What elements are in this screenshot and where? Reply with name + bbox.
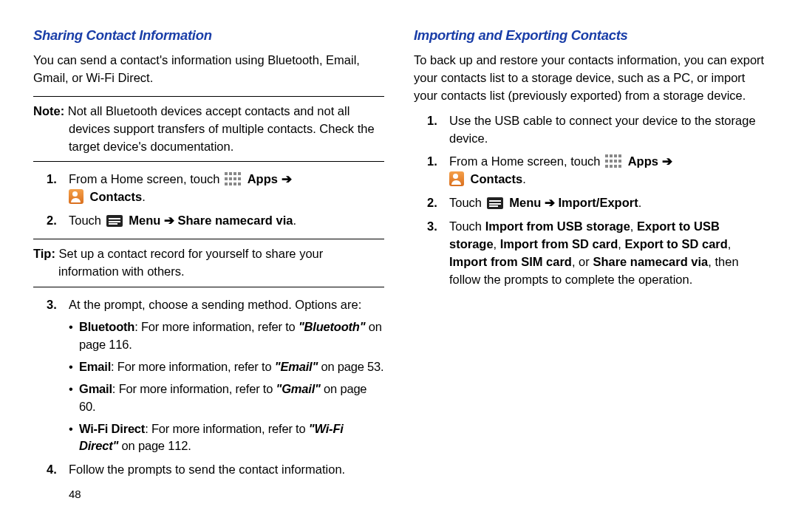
tip-body: Set up a contact record for yourself to … <box>58 247 323 278</box>
svg-rect-5 <box>229 177 232 180</box>
apps-label: Apps <box>248 172 278 185</box>
svg-rect-4 <box>225 177 228 180</box>
svg-rect-8 <box>225 183 228 185</box>
svg-rect-15 <box>618 154 621 157</box>
option-wifi-direct: Wi-Fi Direct: For more information, refe… <box>69 420 384 456</box>
page-number: 48 <box>69 486 384 502</box>
option-gmail: Gmail: For more information, refer to "G… <box>69 381 384 416</box>
import-export-label: Import/Export <box>559 196 638 209</box>
svg-rect-18 <box>614 160 617 163</box>
apps-icon <box>225 172 241 185</box>
step-1: 1. From a Home screen, touch Apps ➔ Cont… <box>33 171 384 206</box>
svg-rect-7 <box>238 177 241 180</box>
step2-lead: Touch <box>69 214 105 227</box>
svg-rect-20 <box>605 165 608 168</box>
step-3: 3. At the prompt, choose a sending metho… <box>33 296 384 455</box>
arrow-icon: ➔ <box>282 172 292 185</box>
arrow-icon: ➔ <box>164 214 174 227</box>
svg-rect-2 <box>233 172 236 175</box>
svg-rect-0 <box>225 172 228 175</box>
note-body: Not all Bluetooth devices accept contact… <box>68 104 375 153</box>
apps-icon <box>605 154 621 168</box>
arrow-icon: ➔ <box>662 154 672 168</box>
ie-step-3: 2. Touch Menu ➔ Import/Export. <box>414 194 765 212</box>
ie-step-1: 1. Use the USB cable to connect your dev… <box>414 112 765 148</box>
ie-step-2: 1. From a Home screen, touch Apps ➔ Cont… <box>414 153 765 188</box>
steps-import-export: 1. Use the USB cable to connect your dev… <box>414 112 765 289</box>
contacts-icon <box>69 189 83 204</box>
svg-rect-22 <box>614 165 617 168</box>
note-block: Note: Not all Bluetooth devices accept c… <box>33 96 384 163</box>
note-label: Note: <box>33 104 64 117</box>
page-columns: Sharing Contact Information You can send… <box>33 26 765 502</box>
svg-rect-16 <box>605 160 608 163</box>
intro-sharing: You can send a contact's information usi… <box>33 52 384 87</box>
svg-rect-23 <box>618 165 621 168</box>
steps-sharing-3-4: 3. At the prompt, choose a sending metho… <box>33 296 384 479</box>
menu-label: Menu <box>509 196 541 209</box>
svg-rect-13 <box>610 154 613 157</box>
svg-rect-21 <box>610 165 613 168</box>
svg-rect-19 <box>618 160 621 163</box>
menu-icon <box>106 215 123 227</box>
intro-import-export: To back up and restore your contacts inf… <box>414 52 765 105</box>
tip-block: Tip: Set up a contact record for yoursel… <box>33 239 384 287</box>
step1-lead: From a Home screen, touch <box>69 172 223 185</box>
option-email: Email: For more information, refer to "E… <box>69 358 384 376</box>
apps-label: Apps <box>628 154 658 168</box>
svg-rect-3 <box>238 172 241 175</box>
tip-label: Tip: <box>33 247 55 260</box>
left-column: Sharing Contact Information You can send… <box>33 26 384 502</box>
contacts-icon <box>449 171 464 186</box>
svg-rect-14 <box>614 154 617 157</box>
svg-rect-12 <box>605 154 608 157</box>
share-label: Share namecard via <box>178 214 293 227</box>
steps-sharing-1-2: 1. From a Home screen, touch Apps ➔ Cont… <box>33 171 384 230</box>
contacts-label: Contacts <box>90 190 143 203</box>
right-column: Importing and Exporting Contacts To back… <box>414 26 765 502</box>
step-2: 2. Touch Menu ➔ Share namecard via. <box>33 212 384 230</box>
svg-rect-1 <box>229 172 232 175</box>
svg-rect-11 <box>238 183 241 185</box>
heading-sharing: Sharing Contact Information <box>33 26 384 46</box>
menu-label: Menu <box>129 214 160 227</box>
arrow-icon: ➔ <box>545 196 555 209</box>
step3-lead: At the prompt, choose a sending method. … <box>69 298 361 311</box>
ie-step-4: 3. Touch Import from USB storage, Export… <box>414 218 765 289</box>
step-4: 4. Follow the prompts to send the contac… <box>33 461 384 479</box>
contacts-label: Contacts <box>471 172 523 185</box>
svg-rect-17 <box>610 160 613 163</box>
heading-import-export: Importing and Exporting Contacts <box>414 26 765 46</box>
svg-rect-10 <box>233 183 236 185</box>
svg-rect-9 <box>229 183 232 185</box>
svg-rect-6 <box>233 177 236 180</box>
menu-icon <box>487 197 503 209</box>
sending-options: Bluetooth: For more information, refer t… <box>69 318 384 455</box>
option-bluetooth: Bluetooth: For more information, refer t… <box>69 318 384 354</box>
